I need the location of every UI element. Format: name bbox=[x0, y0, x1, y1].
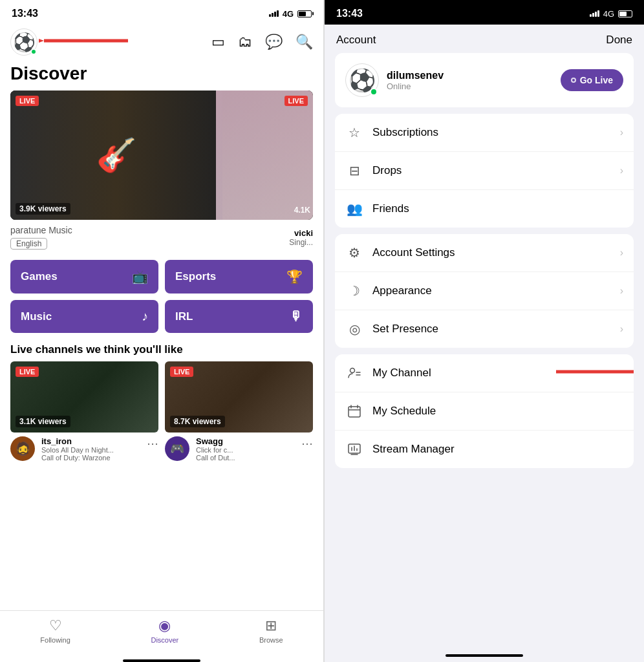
my-channel-icon bbox=[345, 364, 363, 382]
channel-1-text: its_iron Solos All Day n Night... Call o… bbox=[41, 436, 140, 462]
my-schedule-item[interactable]: My Schedule bbox=[335, 392, 634, 431]
music-button[interactable]: Music ♪ bbox=[10, 300, 158, 333]
drops-item[interactable]: ⊟ Drops › bbox=[335, 152, 634, 190]
browse-label: Browse bbox=[259, 636, 283, 644]
live-stream-main[interactable]: 🎸 LIVE LIVE 3.9K viewers 4.1K bbox=[10, 91, 313, 220]
right-time: 13:43 bbox=[336, 8, 363, 19]
svg-rect-6 bbox=[349, 407, 360, 417]
left-time: 13:43 bbox=[12, 8, 38, 19]
discover-icon: ◉ bbox=[158, 617, 171, 634]
battery-icon bbox=[297, 10, 312, 17]
top-nav-icons: ▭ 🗂 💬 🔍 bbox=[211, 34, 313, 50]
online-status-dot bbox=[30, 48, 37, 55]
irl-button[interactable]: IRL 🎙 bbox=[165, 300, 313, 333]
stream-manager-label: Stream Manager bbox=[372, 443, 623, 456]
appearance-chevron-icon: › bbox=[620, 285, 623, 297]
account-settings-label: Account Settings bbox=[372, 246, 620, 259]
profile-left: ⚽ dilumsenev Online bbox=[345, 63, 444, 97]
account-settings-item[interactable]: ⚙ Account Settings › bbox=[335, 234, 634, 272]
channel-2-text: Swagg Click for c... Call of Dut... bbox=[196, 436, 295, 462]
stream-right-overlay bbox=[216, 91, 313, 220]
friends-icon: 👥 bbox=[345, 200, 363, 218]
profile-online-dot bbox=[370, 88, 378, 96]
nav-discover[interactable]: ◉ Discover bbox=[151, 617, 178, 644]
svg-point-1 bbox=[350, 368, 355, 373]
profile-username: dilumsenev bbox=[387, 70, 444, 81]
discover-title: Discover bbox=[0, 61, 323, 91]
account-settings-chevron-icon: › bbox=[620, 247, 623, 259]
stream-info: paratune Music English vicki Singi... bbox=[0, 220, 323, 252]
subscriptions-item[interactable]: ☆ Subscriptions › bbox=[335, 114, 634, 152]
subscriptions-icon: ☆ bbox=[345, 123, 363, 142]
appearance-icon: ☽ bbox=[345, 282, 363, 300]
top-nav: ⚽ ▭ 🗂 💬 🔍 bbox=[0, 23, 323, 61]
stream-background: 🎸 bbox=[10, 91, 313, 220]
channel-1[interactable]: LIVE 3.1K viewers 🧔 its_iron Solos All D… bbox=[10, 361, 158, 465]
my-schedule-icon bbox=[345, 402, 363, 420]
my-channel-label: My Channel bbox=[372, 367, 623, 379]
inbox-icon[interactable]: 🗂 bbox=[238, 34, 252, 50]
esports-icon: 🏆 bbox=[286, 269, 303, 284]
channel-thumb-1[interactable]: LIVE 3.1K viewers bbox=[10, 361, 158, 432]
my-schedule-label: My Schedule bbox=[372, 405, 623, 418]
go-live-button[interactable]: Go Live bbox=[561, 69, 623, 91]
channel-1-avatar: 🧔 bbox=[10, 436, 35, 461]
channel-2-game: Call of Dut... bbox=[196, 454, 295, 462]
account-title: Account bbox=[336, 34, 376, 47]
user-avatar[interactable]: ⚽ bbox=[10, 28, 38, 56]
set-presence-icon: ◎ bbox=[345, 320, 363, 338]
search-icon[interactable]: 🔍 bbox=[295, 34, 313, 50]
channel-1-info: 🧔 its_iron Solos All Day n Night... Call… bbox=[10, 432, 158, 465]
live-channels-title: Live channels we think you'll like bbox=[0, 341, 323, 361]
menu-section-2: ⚙ Account Settings › ☽ Appearance › ◎ Se… bbox=[335, 234, 634, 348]
signal-bars-icon bbox=[269, 10, 279, 17]
channel-2-name: Swagg bbox=[196, 436, 295, 446]
profile-info: dilumsenev Online bbox=[387, 70, 444, 91]
channel-2-more-icon[interactable]: ⋯ bbox=[301, 436, 313, 451]
viewer-count-right: 4.1K bbox=[294, 206, 310, 215]
channel-1-desc: Solos All Day n Night... bbox=[41, 446, 140, 454]
profile-status: Online bbox=[387, 81, 444, 91]
friends-item[interactable]: 👥 Friends bbox=[335, 190, 634, 228]
set-presence-item[interactable]: ◎ Set Presence › bbox=[335, 310, 634, 348]
irl-icon: 🎙 bbox=[290, 309, 303, 324]
set-presence-chevron-icon: › bbox=[620, 323, 623, 335]
stream-left-overlay: 🎸 bbox=[10, 91, 222, 220]
following-label: Following bbox=[40, 636, 70, 644]
appearance-item[interactable]: ☽ Appearance › bbox=[335, 272, 634, 310]
cast-icon[interactable]: ▭ bbox=[211, 34, 225, 50]
chat-icon[interactable]: 💬 bbox=[265, 34, 283, 50]
viewer-count-left: 3.9K viewers bbox=[16, 203, 70, 215]
games-icon: 📺 bbox=[132, 269, 148, 284]
live-badge-left: LIVE bbox=[16, 96, 39, 106]
done-button[interactable]: Done bbox=[606, 34, 632, 47]
menu-section-3: My Channel My Schedule bbox=[335, 354, 634, 468]
channel-2[interactable]: LIVE 8.7K viewers 🎮 Swagg Click for c...… bbox=[165, 361, 313, 465]
games-button[interactable]: Games 📺 bbox=[10, 260, 158, 294]
channel-2-live-badge: LIVE bbox=[170, 367, 193, 377]
discover-label: Discover bbox=[151, 636, 178, 644]
channel-thumb-2[interactable]: LIVE 8.7K viewers bbox=[165, 361, 313, 432]
right-status-bar: 13:43 4G bbox=[325, 0, 644, 25]
stream-manager-item[interactable]: Stream Manager bbox=[335, 431, 634, 468]
esports-button[interactable]: Esports 🏆 bbox=[165, 260, 313, 294]
channel-2-viewers: 8.7K viewers bbox=[170, 416, 225, 427]
channel-1-name: its_iron bbox=[41, 436, 140, 446]
home-indicator-right bbox=[445, 654, 523, 657]
drops-label: Drops bbox=[372, 164, 620, 177]
left-status-bar: 13:43 4G bbox=[0, 0, 323, 23]
following-icon: ♡ bbox=[49, 617, 62, 634]
subscriptions-chevron-icon: › bbox=[620, 127, 623, 138]
nav-browse[interactable]: ⊞ Browse bbox=[259, 617, 283, 644]
browse-icon: ⊞ bbox=[265, 617, 277, 634]
red-arrow-left bbox=[39, 29, 129, 55]
set-presence-label: Set Presence bbox=[372, 323, 620, 336]
music-icon: ♪ bbox=[142, 309, 148, 324]
right-battery-icon bbox=[618, 10, 632, 17]
nav-following[interactable]: ♡ Following bbox=[40, 617, 70, 644]
go-live-dot-icon bbox=[571, 78, 576, 83]
left-panel: 13:43 4G ⚽ bbox=[0, 0, 323, 662]
channel-1-more-icon[interactable]: ⋯ bbox=[147, 436, 158, 451]
right-streamer-category: Singi... bbox=[289, 238, 313, 247]
my-channel-item[interactable]: My Channel bbox=[335, 354, 634, 392]
